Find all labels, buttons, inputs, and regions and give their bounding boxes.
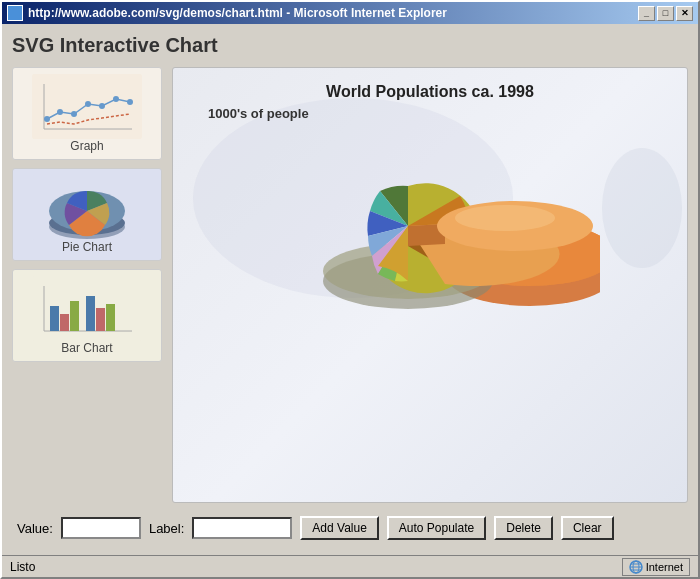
svg-point-4	[57, 109, 63, 115]
window-title: http://www.adobe.com/svg/demos/chart.htm…	[28, 6, 447, 20]
chart-type-bar[interactable]: Bar Chart	[12, 269, 162, 362]
browser-window: http://www.adobe.com/svg/demos/chart.htm…	[0, 0, 700, 579]
label-label: Label:	[149, 521, 184, 536]
title-bar-left: http://www.adobe.com/svg/demos/chart.htm…	[7, 5, 447, 21]
svg-rect-18	[60, 314, 69, 331]
pie-chart-label: Pie Chart	[19, 240, 155, 254]
main-body: Graph	[12, 67, 688, 503]
status-text: Listo	[10, 560, 35, 574]
pie-chart-svg	[260, 136, 600, 336]
pie-icon-area	[32, 175, 142, 240]
graph-icon-area	[32, 74, 142, 139]
browser-icon	[7, 5, 23, 21]
svg-point-9	[127, 99, 133, 105]
chart-display-area: World Populations ca. 1998 1000's of peo…	[172, 67, 688, 503]
chart-type-pie[interactable]: Pie Chart	[12, 168, 162, 261]
title-bar: http://www.adobe.com/svg/demos/chart.htm…	[2, 2, 698, 24]
globe-icon	[629, 560, 643, 574]
value-label: Value:	[17, 521, 53, 536]
add-value-button[interactable]: Add Value	[300, 516, 379, 540]
main-pie-chart	[260, 136, 600, 336]
svg-rect-19	[70, 301, 79, 331]
svg-point-29	[455, 205, 555, 231]
internet-badge: Internet	[622, 558, 690, 576]
delete-button[interactable]: Delete	[494, 516, 553, 540]
close-button[interactable]: ✕	[676, 6, 693, 21]
bar-preview-icon	[32, 276, 142, 341]
auto-populate-button[interactable]: Auto Populate	[387, 516, 486, 540]
value-input[interactable]	[61, 517, 141, 539]
window-controls[interactable]: _ □ ✕	[638, 6, 693, 21]
maximize-button[interactable]: □	[657, 6, 674, 21]
controls-bar: Value: Label: Add Value Auto Populate De…	[12, 508, 688, 545]
chart-selector: Graph	[12, 67, 162, 503]
svg-point-5	[71, 111, 77, 117]
pie-preview-icon	[32, 175, 142, 240]
bar-icon-area	[32, 276, 142, 341]
svg-rect-22	[106, 304, 115, 331]
svg-point-8	[113, 96, 119, 102]
chart-title: World Populations ca. 1998	[326, 83, 534, 101]
svg-point-7	[99, 103, 105, 109]
page-title: SVG Interactive Chart	[12, 34, 688, 57]
bar-chart-label: Bar Chart	[19, 341, 155, 355]
status-left: Listo	[10, 560, 35, 574]
svg-rect-21	[96, 308, 105, 331]
graph-label: Graph	[19, 139, 155, 153]
clear-button[interactable]: Clear	[561, 516, 614, 540]
status-bar: Listo Internet	[2, 555, 698, 577]
bg-ellipse-2	[602, 148, 682, 268]
svg-point-6	[85, 101, 91, 107]
content-area: SVG Interactive Chart	[2, 24, 698, 555]
svg-rect-17	[50, 306, 59, 331]
label-input[interactable]	[192, 517, 292, 539]
svg-rect-20	[86, 296, 95, 331]
chart-subtitle: 1000's of people	[208, 106, 309, 121]
chart-type-graph[interactable]: Graph	[12, 67, 162, 160]
svg-point-3	[44, 116, 50, 122]
graph-preview-icon	[32, 74, 142, 139]
minimize-button[interactable]: _	[638, 6, 655, 21]
internet-label: Internet	[646, 561, 683, 573]
